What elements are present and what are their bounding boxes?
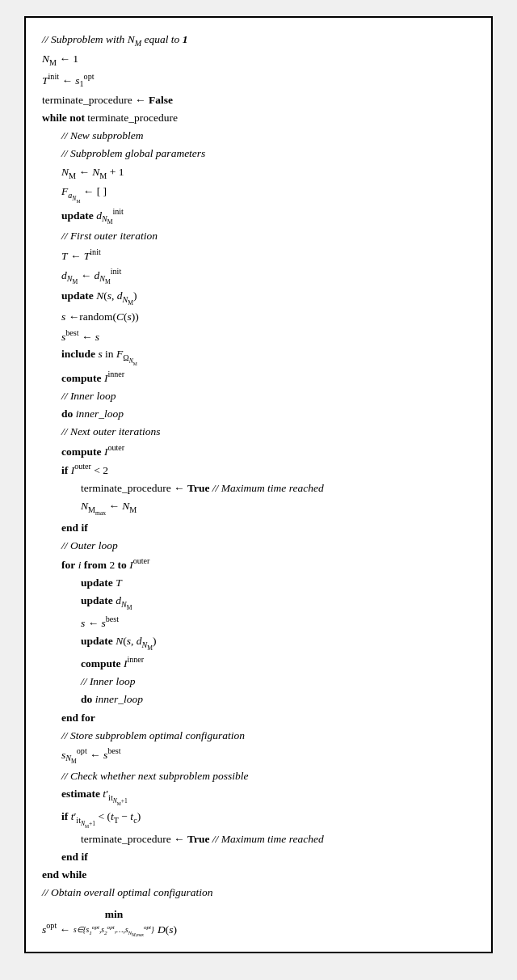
line-8: NM ← NM + 1 [42,163,475,183]
line-30: update dNM [42,592,475,613]
code-text: terminate_procedure ← True // Maximum ti… [81,479,324,497]
comment-text: // First outer iteration [61,227,158,245]
line-40: estimate t′itNM+1 [42,785,475,808]
line-29: update T [42,574,475,592]
code-text: sopt ← [42,919,70,939]
line-1: // Subproblem with NM equal to 1 [42,31,475,50]
code-text: T ← Tinit [61,246,101,265]
line-19: // Inner loop [42,387,475,405]
comment-text: // Obtain overall optimal configuration [42,884,213,902]
comment-text: // Outer loop [61,537,118,555]
comment-text: // Inner loop [61,387,116,405]
line-32: update N(s, dNM) [42,632,475,653]
code-text: update dNMinit [61,205,124,228]
line-21: // Next outer iterations [42,423,475,441]
code-text: if t′itNM+1 < (tT − tc) [61,808,141,830]
line-46: sopt ← min s∈{s1opt,s2opt,…,sNM,maxopt} … [42,906,475,940]
line-33: compute Iinner [42,653,475,673]
code-text: s ← sbest [81,613,119,632]
line-25: NMmax ← NM [42,497,475,518]
comment-text: // Check whether next subproblem possibl… [61,767,249,785]
line-5: while not terminate_procedure [42,109,475,127]
line-4: terminate_procedure ← False [42,91,475,109]
code-text: update N(s, dNM) [81,632,156,653]
line-15: s ←random(C(s)) [42,308,475,326]
line-11: // First outer iteration [42,227,475,245]
code-text: sNMopt ← sbest [61,745,121,767]
line-13: dNM ← dNMinit [42,265,475,288]
code-text: terminate_procedure ← True // Maximum ti… [81,830,324,848]
line-34: // Inner loop [42,673,475,691]
line-6: // New subproblem [42,127,475,145]
code-text: update T [81,574,122,592]
code-text: update dNM [81,592,132,613]
code-text: do inner_loop [61,405,124,423]
line-9: FaNM ← [ ] [42,183,475,205]
code-text: update N(s, dNM) [61,287,137,308]
line-3: Tinit ← s1opt [42,70,475,91]
comment-text: // Subproblem global parameters [61,145,205,163]
code-text: end while [42,866,86,884]
code-text: NM ← 1 [42,50,78,70]
code-text: end for [61,709,95,727]
comment-text: // Next outer iterations [61,423,161,441]
code-text: do inner_loop [81,691,143,708]
line-39: // Check whether next subproblem possibl… [42,767,475,785]
line-31: s ← sbest [42,613,475,632]
code-text: compute Iinner [61,368,124,387]
line-14: update N(s, dNM) [42,287,475,308]
code-text: if Iouter < 2 [61,460,108,479]
code-text: for i from 2 to Iouter [61,555,149,574]
line-42: terminate_procedure ← True // Maximum ti… [42,830,475,848]
code-text: NMmax ← NM [81,497,137,518]
line-37: // Store subproblem optimal configuratio… [42,727,475,745]
algorithm-pseudocode: // Subproblem with NM equal to 1 NM ← 1 … [24,16,493,953]
line-28: for i from 2 to Iouter [42,555,475,574]
line-20: do inner_loop [42,405,475,423]
comment-text: // Inner loop [81,673,136,691]
line-16: sbest ← s [42,327,475,346]
line-36: end for [42,709,475,727]
line-12: T ← Tinit [42,246,475,265]
code-text: Tinit ← s1opt [42,70,95,91]
code-text: s ←random(C(s)) [61,308,139,326]
line-45: // Obtain overall optimal configuration [42,884,475,902]
line-18: compute Iinner [42,368,475,387]
code-text: compute Iinner [81,653,144,673]
line-43: end if [42,848,475,866]
algorithm-body: // Subproblem with NM equal to 1 NM ← 1 … [42,31,475,939]
line-38: sNMopt ← sbest [42,745,475,767]
line-7: // Subproblem global parameters [42,145,475,163]
comment-text: // Subproblem with NM equal to 1 [42,31,187,50]
code-text: estimate t′itNM+1 [61,785,128,808]
line-2: NM ← 1 [42,50,475,70]
line-24: terminate_procedure ← True // Maximum ti… [42,479,475,497]
code-text: D(s) [158,921,177,939]
min-formula: min s∈{s1opt,s2opt,…,sNM,maxopt} [74,906,154,940]
line-10: update dNMinit [42,205,475,228]
code-text: include s in FΩNM [61,345,137,368]
comment-text: // Store subproblem optimal configuratio… [61,727,245,745]
code-text: while not terminate_procedure [42,109,178,127]
code-text: dNM ← dNMinit [61,265,121,288]
code-text: sbest ← s [61,327,99,346]
code-text: terminate_procedure ← False [42,91,173,109]
code-text: compute Iouter [61,441,124,461]
comment-text: // New subproblem [61,127,144,145]
line-35: do inner_loop [42,691,475,708]
line-41: if t′itNM+1 < (tT − tc) [42,808,475,830]
line-22: compute Iouter [42,441,475,461]
line-27: // Outer loop [42,537,475,555]
line-26: end if [42,519,475,537]
line-17: include s in FΩNM [42,345,475,368]
code-text: end if [61,519,88,537]
line-23: if Iouter < 2 [42,460,475,479]
line-44: end while [42,866,475,884]
code-text: end if [61,848,88,866]
code-text: FaNM ← [ ] [61,183,107,205]
code-text: NM ← NM + 1 [61,163,124,183]
